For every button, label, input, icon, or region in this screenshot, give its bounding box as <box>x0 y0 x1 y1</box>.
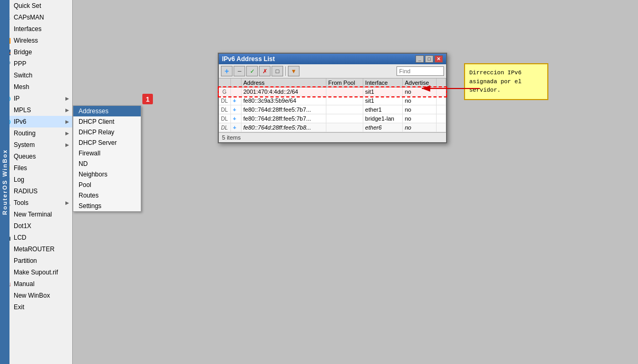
cell-from-pool <box>326 87 363 96</box>
table-row[interactable]: G2001:470:4:4dd::2/64sit1no <box>219 87 446 96</box>
sidebar-item-files[interactable]: 📁 Files <box>0 162 72 174</box>
sidebar-item-quickset[interactable]: ⚙ Quick Set <box>0 0 72 12</box>
cell-flag: DL <box>219 105 230 114</box>
sidebar-item-ip[interactable]: 🌐 IP ▶ <box>0 93 72 104</box>
cell-extra <box>437 87 446 96</box>
sidebar-item-exit[interactable]: ✖ Exit <box>0 301 72 313</box>
submenu-item-nd[interactable]: ND <box>73 159 141 169</box>
table-row[interactable]: DL+fe80::764d:28ff:fee5:7b7...bridge1-la… <box>219 114 446 123</box>
col-header-extra[interactable] <box>437 78 446 87</box>
disable-button[interactable]: ✗ <box>259 66 270 76</box>
ipv6-address-list-window: IPv6 Address List _ □ ✕ + − ✓ ✗ □ ▼ Addr… <box>218 53 447 143</box>
enable-button[interactable]: ✓ <box>246 66 258 76</box>
sidebar-item-lcd[interactable]: 📺 LCD <box>0 232 72 243</box>
cell-plus: + <box>230 105 241 114</box>
submenu-item-firewall[interactable]: Firewall <box>73 148 141 159</box>
col-header-type[interactable] <box>230 78 241 87</box>
sidebar-item-partition[interactable]: ● Partition <box>0 255 72 267</box>
minimize-button[interactable]: _ <box>415 55 424 63</box>
close-button[interactable]: ✕ <box>434 55 443 63</box>
cell-flag: DL <box>219 123 230 132</box>
cell-from-pool <box>326 123 363 132</box>
sidebar-item-mesh[interactable]: ● Mesh <box>0 81 72 93</box>
col-header-from-pool[interactable]: From Pool <box>326 78 363 87</box>
table-row[interactable]: DL+fe80::3c9a3:5b9e/64sit1no <box>219 96 446 105</box>
cell-extra <box>437 123 446 132</box>
sidebar-item-routing[interactable]: ↗ Routing ▶ <box>0 127 72 139</box>
sidebar-item-radius[interactable]: ● RADIUS <box>0 185 72 197</box>
submenu-item-dhcp-server[interactable]: DHCP Server <box>73 137 141 148</box>
cell-address: fe80::3c9a3:5b9e/64 <box>241 96 326 105</box>
ipv6-table-body: G2001:470:4:4dd::2/64sit1noDL+fe80::3c9a… <box>219 87 446 132</box>
submenu-item-dhcp-client[interactable]: DHCP Client <box>73 116 141 127</box>
sidebar-item-new-terminal[interactable]: ▶ New Terminal <box>0 209 72 220</box>
sidebar-item-interfaces[interactable]: ■ Interfaces <box>0 23 72 35</box>
cell-interface: ether6 <box>363 123 402 132</box>
sidebar-item-log[interactable]: 📄 Log <box>0 174 72 185</box>
cell-address: fe80::764d:28ff:fee5:7b8... <box>241 123 326 132</box>
ip-arrow: ▶ <box>65 96 69 101</box>
sidebar-item-system[interactable]: ⚙ System ▶ <box>0 139 72 151</box>
cell-address: fe80::764d:28ff:fee5:7b7... <box>241 114 326 123</box>
cell-address: 2001:470:4:4dd::2/64 <box>241 87 326 96</box>
items-count: 5 items <box>222 134 240 141</box>
table-row[interactable]: DL+fe80::764d:28ff:fee5:7b7...ether1no <box>219 105 446 114</box>
cell-address: fe80::764d:28ff:fee5:7b7... <box>241 105 326 114</box>
system-arrow: ▶ <box>65 142 69 147</box>
mpls-arrow: ▶ <box>65 107 69 113</box>
cell-interface: sit1 <box>363 96 402 105</box>
col-header-advertise[interactable]: Advertise <box>402 78 436 87</box>
cell-flag: DL <box>219 96 230 105</box>
submenu-item-settings[interactable]: Settings <box>73 201 141 211</box>
ipv6-toolbar: + − ✓ ✗ □ ▼ <box>219 64 446 78</box>
submenu-item-routes[interactable]: Routes <box>73 190 141 201</box>
sidebar-item-bridge[interactable]: 🌉 Bridge <box>0 46 72 58</box>
sidebar-item-capsman[interactable]: 📡 CAPsMAN <box>0 12 72 23</box>
sidebar-item-tools[interactable]: 🔧 Tools ▶ <box>0 197 72 209</box>
cell-advertise: no <box>402 96 436 105</box>
cell-extra <box>437 114 446 123</box>
copy-button[interactable]: □ <box>272 66 283 76</box>
routing-arrow: ▶ <box>65 131 69 136</box>
submenu-item-addresses[interactable]: Addresses <box>73 106 141 116</box>
sidebar-item-switch[interactable]: ■ Switch <box>0 70 72 81</box>
sidebar-item-wireless[interactable]: 📶 Wireless <box>0 35 72 46</box>
ipv6-titlebar: IPv6 Address List _ □ ✕ <box>219 54 446 64</box>
ipv6-address-table: Address From Pool Interface Advertise G2… <box>219 78 446 132</box>
ipv6-table-container: Address From Pool Interface Advertise G2… <box>219 78 446 132</box>
maximize-button[interactable]: □ <box>425 55 433 63</box>
cell-from-pool <box>326 96 363 105</box>
search-input[interactable] <box>397 66 444 76</box>
cell-plus: + <box>230 123 241 132</box>
cell-from-pool <box>326 105 363 114</box>
col-header-address[interactable]: Address <box>241 78 326 87</box>
cell-extra <box>437 96 446 105</box>
table-row[interactable]: DL+fe80::764d:28ff:fee5:7b8...ether6no <box>219 123 446 132</box>
cell-advertise: no <box>402 105 436 114</box>
ipv6-arrow: ▶ <box>65 119 69 124</box>
sidebar-item-manual[interactable]: 📖 Manual <box>0 278 72 290</box>
add-button[interactable]: + <box>221 66 233 76</box>
filter-button[interactable]: ▼ <box>288 66 299 76</box>
sidebar-item-mpls[interactable]: ■ MPLS ▶ <box>0 104 72 116</box>
cell-advertise: no <box>402 87 436 96</box>
sidebar-item-new-winbox[interactable]: ● New WinBox <box>0 290 72 301</box>
sidebar-item-ipv6[interactable]: 🌐 IPv6 ▶ <box>0 116 72 127</box>
sidebar-item-metarouter[interactable]: 🖥 MetaROUTER <box>0 243 72 255</box>
cell-advertise: no <box>402 123 436 132</box>
sidebar-item-queues[interactable]: ■ Queues <box>0 151 72 162</box>
col-header-interface[interactable]: Interface <box>363 78 402 87</box>
cell-interface: bridge1-lan <box>363 114 402 123</box>
submenu-item-pool[interactable]: Pool <box>73 180 141 190</box>
sidebar-item-make-supout[interactable]: ▲ Make Supout.rif <box>0 267 72 278</box>
col-header-flag[interactable] <box>219 78 230 87</box>
submenu-item-dhcp-relay[interactable]: DHCP Relay <box>73 127 141 137</box>
badge-number: 1 <box>142 94 153 104</box>
sidebar-item-ppp[interactable]: 🔗 PPP <box>0 58 72 70</box>
tools-arrow: ▶ <box>65 200 69 205</box>
cell-interface: ether1 <box>363 105 402 114</box>
sidebar-item-dot1x[interactable]: ■ Dot1X <box>0 220 72 232</box>
submenu-item-neighbors[interactable]: Neighbors <box>73 169 141 180</box>
remove-button[interactable]: − <box>234 66 245 76</box>
ipv6-footer: 5 items <box>219 132 446 142</box>
